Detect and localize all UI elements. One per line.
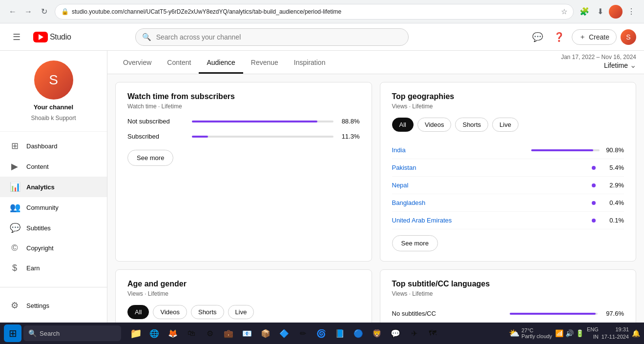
volume-icon[interactable]: 🔊: [565, 329, 574, 337]
taskbar-app-file-explorer[interactable]: 📁: [127, 324, 145, 342]
extensions-icon[interactable]: 🧩: [578, 5, 591, 19]
taskbar-app-dropbox[interactable]: 📦: [257, 324, 274, 342]
top-nav-actions: 💬 ❓ ＋ Create S: [529, 28, 636, 46]
age-pill-all[interactable]: All: [127, 305, 149, 319]
tab-overview[interactable]: Overview: [115, 52, 159, 74]
notification-icon[interactable]: 🔔: [632, 329, 640, 337]
sidebar-item-dashboard[interactable]: ⊞ Dashboard: [0, 136, 107, 156]
weather-temp: 27°C: [521, 327, 552, 333]
taskbar-app-map[interactable]: 🗺: [424, 324, 441, 342]
back-button[interactable]: ←: [6, 5, 20, 19]
geo-pill-videos[interactable]: Videos: [417, 118, 452, 132]
browser-profile[interactable]: [609, 5, 623, 19]
chevron-down-icon: ⌄: [630, 61, 636, 70]
taskbar-app-brave[interactable]: 🦁: [368, 324, 386, 342]
geo-name-bangladesh[interactable]: Bangladesh: [392, 199, 526, 206]
not-subscribed-bar-area: [192, 121, 333, 122]
geo-see-more-button[interactable]: See more: [392, 235, 438, 251]
taskbar-app-settings[interactable]: ⚙: [201, 324, 219, 342]
sidebar-item-earn[interactable]: $ Earn: [0, 258, 107, 278]
taskbar-app-browser1[interactable]: 🌐: [145, 324, 163, 342]
sidebar-label-settings: Settings: [26, 302, 49, 309]
subtitle-subtitle: Views · Lifetime: [392, 290, 624, 297]
browser-nav-buttons: ← → ↻: [6, 5, 51, 19]
start-button[interactable]: ⊞: [4, 324, 21, 342]
geo-name-pakistan[interactable]: Pakistan: [392, 164, 526, 171]
watch-time-see-more-button[interactable]: See more: [127, 150, 173, 166]
geo-name-uae[interactable]: United Arab Emirates: [392, 217, 526, 224]
battery-icon[interactable]: 🔋: [576, 329, 584, 337]
taskbar-app-edge[interactable]: 🌀: [312, 324, 330, 342]
download-icon[interactable]: ⬇: [593, 5, 607, 19]
tab-content[interactable]: Content: [159, 52, 199, 74]
date-range-text: Jan 17, 2022 – Nov 16, 2024: [561, 54, 636, 61]
address-bar[interactable]: 🔒 studio.youtube.com/channel/UCatT5-y6rD…: [55, 4, 574, 20]
geo-pill-live[interactable]: Live: [492, 118, 519, 132]
taskbar-app-telegram[interactable]: ✈: [405, 324, 423, 342]
analytics-icon: 📊: [10, 182, 20, 192]
hamburger-button[interactable]: ☰: [8, 28, 25, 46]
geo-name-nepal[interactable]: Nepal: [392, 182, 526, 189]
star-icon[interactable]: ☆: [561, 7, 567, 16]
taskbar-lang[interactable]: ENGIN: [587, 326, 599, 341]
taskbar-search-icon: 🔍: [28, 329, 37, 337]
geo-bar-bangladesh: [531, 201, 600, 205]
age-gender-title: Age and gender: [127, 280, 360, 288]
tab-revenue[interactable]: Revenue: [243, 52, 286, 74]
sidebar-item-copyright[interactable]: © Copyright: [0, 238, 107, 258]
age-pill-shorts[interactable]: Shorts: [191, 305, 224, 319]
main-area: S Your channel Shoaib k Support ⊞ Dashbo…: [0, 51, 644, 344]
taskbar-clock[interactable]: 19:31 17-11-2024: [602, 326, 629, 341]
weather-desc: Partly cloudy: [521, 333, 552, 339]
sidebar-item-content[interactable]: ▶ Content: [0, 156, 107, 177]
geo-pill-all[interactable]: All: [392, 118, 414, 132]
taskbar-apps: 📁 🌐 🦊 🛍 ⚙ 💼 📧 📦 🔷 ✏ 🌀 📘 🔵 🦁 💬 ✈ 🗺: [127, 324, 441, 342]
menu-icon[interactable]: ⋮: [624, 5, 638, 19]
taskbar-app-outlook[interactable]: 📧: [238, 324, 256, 342]
subscribed-bar-fill: [192, 136, 208, 138]
taskbar-app-chrome[interactable]: 🔵: [350, 324, 367, 342]
not-subscribed-bar-bg: [192, 121, 333, 122]
top-nav: ☰ Studio 🔍 💬 ❓ ＋ Create S: [0, 23, 644, 51]
age-pill-videos[interactable]: Videos: [153, 305, 187, 319]
sidebar-item-analytics[interactable]: 📊 Analytics: [0, 177, 107, 197]
profile-picture[interactable]: S: [621, 29, 636, 45]
logo[interactable]: Studio: [33, 32, 71, 42]
uae-dot: [592, 219, 596, 223]
taskbar-app-store[interactable]: 🛍: [183, 324, 200, 342]
notifications-icon[interactable]: 💬: [529, 28, 546, 46]
channel-avatar[interactable]: S: [34, 61, 73, 100]
create-button[interactable]: ＋ Create: [572, 29, 617, 45]
help-icon[interactable]: ❓: [550, 28, 568, 46]
sidebar-label-copyright: Copyright: [26, 244, 54, 252]
taskbar-app-sketch[interactable]: ✏: [294, 324, 312, 342]
reload-button[interactable]: ↻: [37, 5, 51, 19]
geo-item-bangladesh: Bangladesh 0.4%: [392, 194, 624, 212]
taskbar-app-teams[interactable]: 💼: [220, 324, 237, 342]
nav-divider: [0, 287, 107, 287]
taskbar-app-apps[interactable]: 🔷: [275, 324, 293, 342]
network-icon[interactable]: 📶: [555, 329, 563, 337]
taskbar-app-whatsapp[interactable]: 💬: [387, 324, 404, 342]
taskbar-time: 19:31: [602, 326, 629, 333]
forward-button[interactable]: →: [21, 5, 35, 19]
taskbar-search[interactable]: 🔍 Search: [23, 325, 121, 341]
search-input[interactable]: [135, 28, 409, 46]
taskbar-app-browser2[interactable]: 🦊: [164, 324, 182, 342]
tab-inspiration[interactable]: Inspiration: [286, 52, 333, 74]
lock-icon: 🔒: [61, 8, 69, 15]
geo-name-india[interactable]: India: [392, 146, 526, 154]
taskbar-app-fb[interactable]: 📘: [331, 324, 349, 342]
no-subtitle-value: 97.6%: [603, 310, 624, 317]
date-selector[interactable]: Jan 17, 2022 – Nov 16, 2024 Lifetime ⌄: [561, 51, 636, 74]
sidebar-item-subtitles[interactable]: 💬 Subtitles: [0, 218, 107, 238]
sidebar-item-settings[interactable]: ⚙ Settings: [0, 295, 107, 316]
geo-pill-shorts[interactable]: Shorts: [455, 118, 488, 132]
sidebar-item-community[interactable]: 👥 Community: [0, 197, 107, 218]
tab-audience[interactable]: Audience: [199, 52, 243, 74]
date-period-text: Lifetime: [604, 61, 628, 69]
geo-item-pakistan: Pakistan 5.4%: [392, 159, 624, 177]
community-icon: 👥: [10, 202, 20, 213]
age-pill-live[interactable]: Live: [228, 305, 254, 319]
weather-info: 27°C Partly cloudy: [521, 327, 552, 339]
